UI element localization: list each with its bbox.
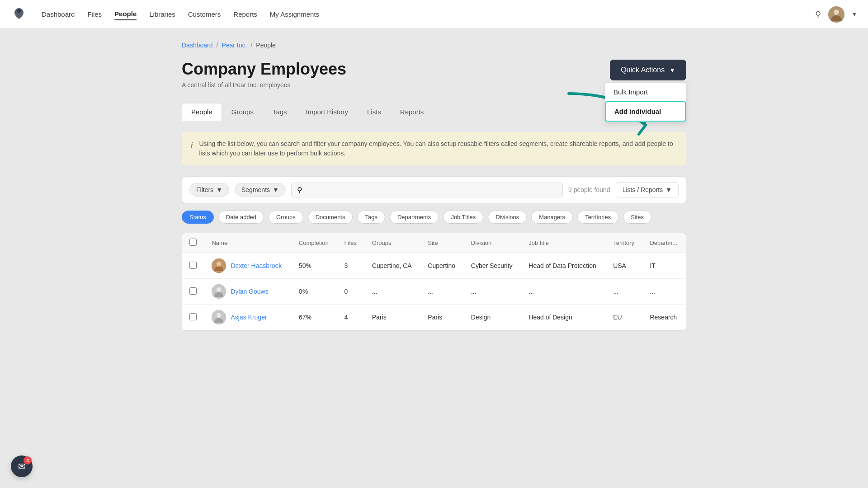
nav-people[interactable]: People [114, 8, 137, 20]
nav-files[interactable]: Files [87, 9, 102, 20]
table-row: Asjas Kruger67%4ParisParisDesignHead of … [182, 305, 686, 330]
lists-reports-label: Lists / Reports [623, 186, 663, 193]
nav-reports[interactable]: Reports [233, 9, 257, 20]
department-dexter: IT [642, 253, 686, 279]
segments-button[interactable]: Segments ▼ [235, 183, 286, 197]
user-avatar-asjas [212, 310, 226, 324]
search-input[interactable] [306, 186, 557, 193]
user-menu-chevron[interactable]: ▼ [852, 11, 857, 18]
chip-groups[interactable]: Groups [269, 211, 303, 224]
chip-status[interactable]: Status [182, 211, 214, 224]
page-subtitle: A central list of all Pear Inc. employee… [182, 81, 346, 89]
col-header-0 [182, 233, 204, 253]
filters-chevron: ▼ [216, 186, 222, 193]
tab-groups[interactable]: Groups [222, 103, 263, 121]
chip-tags[interactable]: Tags [357, 211, 385, 224]
col-header-9: Departm... [642, 233, 686, 253]
col-header-3: Files [337, 233, 365, 253]
lists-reports-chevron: ▼ [665, 186, 672, 193]
page-header: Company Employees A central list of all … [182, 60, 686, 89]
groups-asjas: Paris [365, 305, 421, 330]
chip-sites[interactable]: Sites [623, 211, 651, 224]
tab-lists[interactable]: Lists [358, 103, 391, 121]
breadcrumb-company[interactable]: Pear Inc. [222, 42, 247, 49]
user-avatar[interactable] [828, 6, 844, 23]
svg-point-4 [217, 262, 221, 266]
person-name-dylan[interactable]: Dylan Gouws [231, 288, 268, 295]
add-individual-option[interactable]: Add individual [605, 101, 686, 122]
quick-actions-wrapper: Quick Actions ▼ Bulk Import Add individu… [610, 60, 686, 80]
department-dylan: ... [642, 279, 686, 305]
groups-dylan: ... [365, 279, 421, 305]
select-all-checkbox[interactable] [189, 239, 197, 246]
person-name-dexter[interactable]: Dexter Haasbroek [231, 262, 282, 269]
nav-my-assignments[interactable]: My Assignments [270, 9, 319, 20]
department-asjas: Research [642, 305, 686, 330]
quick-actions-button[interactable]: Quick Actions ▼ [610, 60, 686, 80]
chip-filters: StatusDate addedGroupsDocumentsTagsDepar… [182, 211, 686, 224]
quick-actions-chevron: ▼ [669, 66, 675, 74]
breadcrumb: Dashboard / Pear Inc. / People [182, 42, 686, 49]
col-header-5: Site [420, 233, 463, 253]
info-banner: i Using the list below, you can search a… [182, 132, 686, 165]
completion-asjas: 67% [292, 305, 337, 330]
job-title-dexter: Head of Data Protection [521, 253, 606, 279]
chip-territories[interactable]: Territories [577, 211, 618, 224]
site-dylan: ... [420, 279, 463, 305]
breadcrumb-sep-1: / [217, 42, 218, 49]
row-checkbox[interactable] [189, 287, 197, 295]
chip-divisions[interactable]: Divisions [488, 211, 527, 224]
nav-links: Dashboard Files People Libraries Custome… [42, 8, 801, 20]
row-checkbox[interactable] [189, 313, 197, 320]
people-count: 9 people found [568, 186, 610, 193]
filters-label: Filters [196, 186, 213, 193]
col-header-1: Name [204, 233, 291, 253]
notification-badge: 4 [24, 456, 32, 465]
navigation: Dashboard Files People Libraries Custome… [0, 0, 868, 29]
lists-reports-button[interactable]: Lists / Reports ▼ [616, 182, 679, 197]
completion-dylan: 0% [292, 279, 337, 305]
files-asjas: 4 [337, 305, 365, 330]
page-header-left: Company Employees A central list of all … [182, 60, 346, 89]
territory-dylan: ... [606, 279, 642, 305]
quick-actions-label: Quick Actions [621, 66, 665, 74]
svg-point-6 [217, 287, 221, 292]
user-avatar-dexter [212, 258, 226, 273]
chip-date-added[interactable]: Date added [218, 211, 264, 224]
filters-button[interactable]: Filters ▼ [189, 183, 229, 197]
completion-dexter: 50% [292, 253, 337, 279]
table-row: Dylan Gouws0%0.................. [182, 279, 686, 305]
breadcrumb-current: People [256, 42, 276, 49]
search-icon[interactable]: ⚲ [815, 9, 821, 19]
tab-import-history[interactable]: Import History [297, 103, 358, 121]
tab-people[interactable]: People [182, 103, 222, 121]
chip-job-titles[interactable]: Job Titles [443, 211, 483, 224]
chip-departments[interactable]: Departments [390, 211, 439, 224]
col-header-2: Completion [292, 233, 337, 253]
row-checkbox[interactable] [189, 262, 197, 269]
app-logo[interactable] [11, 6, 27, 23]
info-banner-text: Using the list below, you can search and… [199, 139, 677, 158]
notification-fab[interactable]: ✉ 4 [11, 455, 33, 477]
nav-libraries[interactable]: Libraries [149, 9, 175, 20]
division-dylan: ... [464, 279, 522, 305]
segments-chevron: ▼ [273, 186, 279, 193]
nav-dashboard[interactable]: Dashboard [42, 9, 75, 20]
job-title-asjas: Head of Design [521, 305, 606, 330]
nav-right: ⚲ ▼ [815, 6, 857, 23]
chip-managers[interactable]: Managers [531, 211, 573, 224]
nav-customers[interactable]: Customers [188, 9, 221, 20]
breadcrumb-sep-2: / [250, 42, 252, 49]
person-name-asjas[interactable]: Asjas Kruger [231, 314, 267, 321]
quick-actions-dropdown: Bulk Import Add individual [605, 82, 686, 122]
chip-documents[interactable]: Documents [308, 211, 353, 224]
tab-reports[interactable]: Reports [391, 103, 434, 121]
territory-dexter: USA [606, 253, 642, 279]
breadcrumb-dashboard[interactable]: Dashboard [182, 42, 213, 49]
bulk-import-option[interactable]: Bulk Import [605, 83, 686, 101]
tab-tags[interactable]: Tags [263, 103, 297, 121]
table-row: Dexter Haasbroek50%3Cupertino, CACuperti… [182, 253, 686, 279]
col-header-7: Job title [521, 233, 606, 253]
search-wrapper: ⚲ [291, 183, 563, 197]
filter-bar: Filters ▼ Segments ▼ ⚲ 9 people found Li… [182, 176, 686, 203]
